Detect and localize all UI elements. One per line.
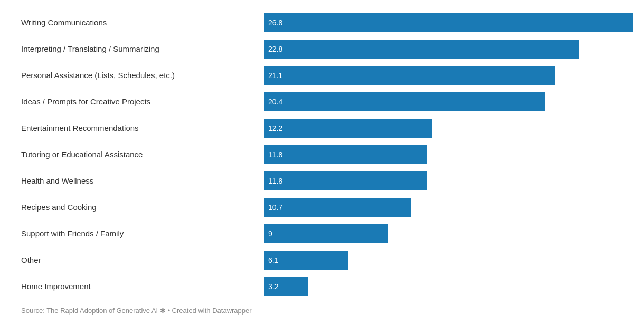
bar-area: 20.4 xyxy=(264,92,618,111)
bar-label: Ideas / Prompts for Creative Projects xyxy=(21,97,264,106)
bar: 6.1 xyxy=(264,251,348,270)
bar-label: Home Improvement xyxy=(21,282,264,291)
bar-value: 11.8 xyxy=(268,177,282,185)
bar-row: Writing Communications26.8 xyxy=(21,10,618,35)
source-text: Source: The Rapid Adoption of Generative… xyxy=(21,307,618,315)
bar-label: Health and Wellness xyxy=(21,176,264,185)
bar-row: Interpreting / Translating / Summarizing… xyxy=(21,36,618,62)
bar-area: 11.8 xyxy=(264,145,618,164)
bar: 26.8 xyxy=(264,13,633,32)
bar-label: Other xyxy=(21,255,264,264)
bar-row: Entertainment Recommendations12.2 xyxy=(21,116,618,141)
bar-row: Other6.1 xyxy=(21,247,618,273)
bar: 3.2 xyxy=(264,277,308,296)
bar-row: Home Improvement3.2 xyxy=(21,274,618,299)
bar-value: 22.8 xyxy=(268,45,282,53)
bar-label: Interpreting / Translating / Summarizing xyxy=(21,44,264,53)
bar-area: 10.7 xyxy=(264,198,618,217)
bar-value: 20.4 xyxy=(268,98,282,106)
bar-value: 9 xyxy=(268,230,272,238)
bar: 10.7 xyxy=(264,198,411,217)
bar-area: 3.2 xyxy=(264,277,618,296)
bar-label: Support with Friends / Family xyxy=(21,229,264,238)
bar-row: Recipes and Cooking10.7 xyxy=(21,195,618,220)
bar-label: Writing Communications xyxy=(21,18,264,27)
bar-area: 26.8 xyxy=(264,13,633,32)
bar-row: Support with Friends / Family9 xyxy=(21,221,618,246)
bar-value: 21.1 xyxy=(268,71,282,80)
bar: 12.2 xyxy=(264,119,432,138)
bar: 11.8 xyxy=(264,145,427,164)
bar: 22.8 xyxy=(264,40,579,59)
bar: 20.4 xyxy=(264,92,545,111)
bar-row: Tutoring or Educational Assistance11.8 xyxy=(21,142,618,167)
bar-area: 12.2 xyxy=(264,119,618,138)
bar-label: Personal Assistance (Lists, Schedules, e… xyxy=(21,71,264,80)
bar-label: Entertainment Recommendations xyxy=(21,123,264,132)
bar-value: 26.8 xyxy=(268,18,282,27)
bar: 11.8 xyxy=(264,171,427,190)
bar-value: 12.2 xyxy=(268,124,282,132)
bar-area: 21.1 xyxy=(264,66,618,85)
bar-row: Personal Assistance (Lists, Schedules, e… xyxy=(21,63,618,88)
bar-row: Ideas / Prompts for Creative Projects20.… xyxy=(21,89,618,115)
bar-label: Recipes and Cooking xyxy=(21,203,264,212)
bar-area: 22.8 xyxy=(264,40,618,59)
bar-value: 10.7 xyxy=(268,203,282,212)
chart-container: Writing Communications26.8Interpreting /… xyxy=(11,0,633,324)
bars-wrapper: Writing Communications26.8Interpreting /… xyxy=(21,10,618,299)
bar-row: Health and Wellness11.8 xyxy=(21,168,618,194)
bar-area: 9 xyxy=(264,224,618,243)
bar-area: 6.1 xyxy=(264,251,618,270)
bar-value: 11.8 xyxy=(268,150,282,159)
bar: 21.1 xyxy=(264,66,555,85)
bar-area: 11.8 xyxy=(264,171,618,190)
bar-value: 6.1 xyxy=(268,256,278,264)
bar: 9 xyxy=(264,224,388,243)
bar-label: Tutoring or Educational Assistance xyxy=(21,150,264,159)
bar-value: 3.2 xyxy=(268,282,278,291)
